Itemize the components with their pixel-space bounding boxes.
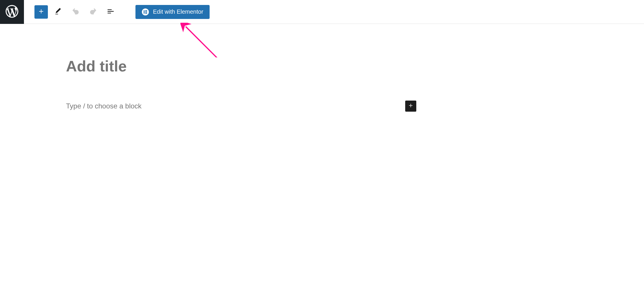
tools-button[interactable] bbox=[51, 5, 65, 19]
block-placeholder-text[interactable]: Type / to choose a block bbox=[66, 102, 142, 110]
editor-inner: Type / to choose a block bbox=[66, 57, 416, 112]
add-block-button[interactable] bbox=[34, 5, 48, 19]
post-title-input[interactable] bbox=[66, 57, 416, 75]
svg-rect-3 bbox=[145, 13, 147, 13]
document-overview-button[interactable] bbox=[103, 5, 118, 19]
title-wrapper bbox=[66, 57, 416, 75]
svg-rect-0 bbox=[144, 10, 145, 14]
plus-icon bbox=[37, 7, 45, 17]
editor-content-area: Type / to choose a block bbox=[0, 24, 644, 112]
add-block-inline-button[interactable] bbox=[405, 101, 416, 112]
block-row: Type / to choose a block bbox=[66, 101, 416, 112]
plus-icon bbox=[407, 102, 414, 110]
redo-icon bbox=[89, 7, 97, 17]
undo-icon bbox=[72, 7, 80, 17]
list-view-icon bbox=[107, 7, 115, 17]
wordpress-logo-icon bbox=[4, 4, 20, 20]
pencil-icon bbox=[54, 7, 62, 17]
editor-toolbar: Edit with Elementor bbox=[0, 0, 644, 24]
edit-with-elementor-button[interactable]: Edit with Elementor bbox=[135, 5, 210, 19]
svg-rect-1 bbox=[145, 10, 147, 11]
undo-button[interactable] bbox=[68, 5, 83, 19]
elementor-button-label: Edit with Elementor bbox=[153, 8, 203, 15]
svg-rect-2 bbox=[145, 11, 147, 12]
wordpress-logo-button[interactable] bbox=[0, 0, 24, 24]
redo-button[interactable] bbox=[86, 5, 100, 19]
elementor-icon bbox=[142, 8, 149, 15]
toolbar-button-group: Edit with Elementor bbox=[24, 5, 210, 19]
